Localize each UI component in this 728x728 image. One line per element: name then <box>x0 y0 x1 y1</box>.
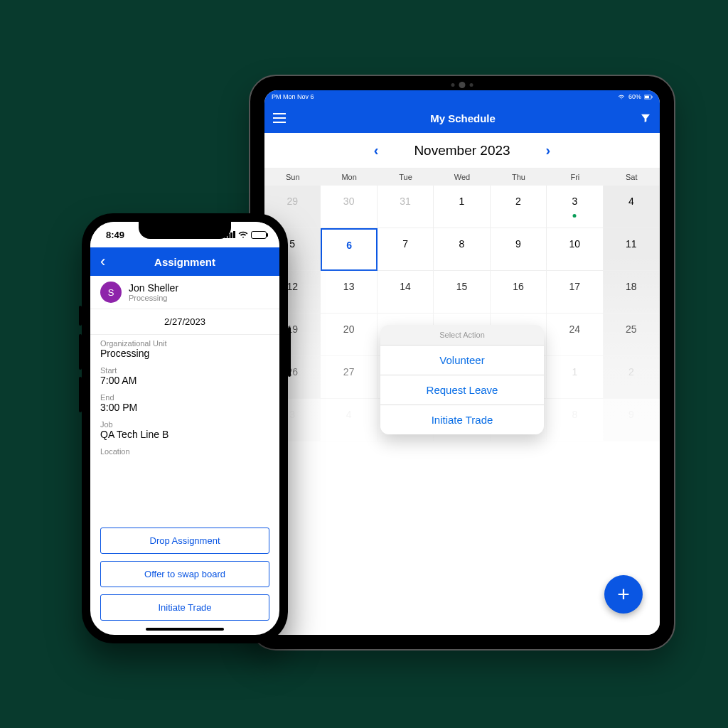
action-request-leave[interactable]: Request Leave <box>380 375 544 405</box>
home-indicator <box>146 628 224 631</box>
calendar-day[interactable]: 24 <box>547 314 603 356</box>
calendar-day[interactable]: 31 <box>378 186 434 228</box>
calendar-day[interactable]: 10 <box>547 228 603 271</box>
start-label: Start <box>100 366 269 375</box>
dow-cell: Tue <box>378 168 434 186</box>
tablet-header-title: My Schedule <box>430 112 496 124</box>
calendar-day[interactable]: 2 <box>604 356 660 399</box>
user-name: Jon Sheller <box>129 282 178 294</box>
calendar-day[interactable]: 20 <box>321 314 377 356</box>
calendar-day[interactable]: 13 <box>321 271 377 314</box>
tablet-device-frame: PM Mon Nov 6 60% My Schedule ‹ November … <box>249 75 675 651</box>
initiate-trade-button[interactable]: Initiate Trade <box>100 594 269 621</box>
calendar-day[interactable]: 1 <box>434 186 490 228</box>
calendar-day[interactable]: 16 <box>491 271 547 314</box>
start-value: 7:00 AM <box>100 375 269 386</box>
action-buttons: Drop Assignment Offer to swap board Init… <box>90 519 279 621</box>
end-field: End 3:00 PM <box>100 393 269 413</box>
svg-rect-1 <box>645 95 649 98</box>
phone-notch <box>139 222 231 239</box>
status-time: 8:49 <box>106 230 124 240</box>
action-sheet-title: Select Action <box>380 325 544 346</box>
back-button[interactable]: ‹ <box>100 252 105 271</box>
calendar-day[interactable]: 4 <box>604 186 660 228</box>
action-volunteer[interactable]: Volunteer <box>380 346 544 375</box>
calendar-day[interactable]: 27 <box>321 356 377 399</box>
calendar-day[interactable]: 2 <box>491 186 547 228</box>
calendar-day[interactable]: 6 <box>321 228 377 271</box>
phone-device-frame: 8:49 ‹ Assignment S Jon Sheller Processi… <box>82 213 288 643</box>
dow-cell: Wed <box>434 168 490 186</box>
end-value: 3:00 PM <box>100 402 269 413</box>
calendar-day[interactable]: 3 <box>547 186 603 228</box>
action-sheet: Select Action Volunteer Request Leave In… <box>380 325 544 434</box>
assignment-details: Organizational Unit Processing Start 7:0… <box>90 335 279 519</box>
dow-cell: Thu <box>491 168 547 186</box>
drop-assignment-button[interactable]: Drop Assignment <box>100 528 269 554</box>
offer-swap-button[interactable]: Offer to swap board <box>100 561 269 587</box>
org-unit-value: Processing <box>100 348 269 359</box>
phone-app-header: ‹ Assignment <box>90 247 279 276</box>
calendar-day[interactable]: 9 <box>491 228 547 271</box>
battery-icon <box>251 231 267 239</box>
tablet-camera-dots <box>451 82 473 88</box>
month-label: November 2023 <box>414 143 510 159</box>
hamburger-menu-icon[interactable] <box>273 113 286 123</box>
filter-icon[interactable] <box>640 112 651 124</box>
calendar-day[interactable]: 14 <box>378 271 434 314</box>
status-time-day: PM Mon Nov 6 <box>272 93 314 100</box>
phone-header-title: Assignment <box>154 256 215 268</box>
calendar-day[interactable]: 25 <box>604 314 660 356</box>
assignment-date: 2/27/2023 <box>90 309 279 335</box>
battery-icon <box>644 94 653 100</box>
wifi-icon <box>238 230 248 240</box>
calendar-day[interactable]: 9 <box>604 399 660 441</box>
add-fab-button[interactable]: + <box>604 575 643 614</box>
calendar-day[interactable]: 30 <box>321 186 377 228</box>
tablet-status-bar: PM Mon Nov 6 60% <box>264 90 660 103</box>
avatar: S <box>100 282 122 303</box>
calendar-day[interactable]: 4 <box>321 399 377 441</box>
phone-screen: 8:49 ‹ Assignment S Jon Sheller Processi… <box>90 222 279 635</box>
day-of-week-header: SunMonTueWedThuFriSat <box>264 168 660 186</box>
dow-cell: Sun <box>264 168 321 186</box>
dow-cell: Sat <box>604 168 660 186</box>
tablet-screen: PM Mon Nov 6 60% My Schedule ‹ November … <box>264 90 660 635</box>
start-field: Start 7:00 AM <box>100 366 269 386</box>
tablet-app-header: My Schedule <box>264 103 660 133</box>
wifi-icon <box>617 94 626 100</box>
calendar-day[interactable]: 18 <box>604 271 660 314</box>
location-label: Location <box>100 447 269 456</box>
job-value: QA Tech Line B <box>100 429 269 440</box>
action-initiate-trade[interactable]: Initiate Trade <box>380 405 544 434</box>
job-label: Job <box>100 420 269 429</box>
calendar-day[interactable]: 8 <box>434 228 490 271</box>
prev-month-button[interactable]: ‹ <box>374 142 379 159</box>
next-month-button[interactable]: › <box>546 142 551 159</box>
end-label: End <box>100 393 269 402</box>
calendar-day[interactable]: 15 <box>434 271 490 314</box>
user-subtitle: Processing <box>129 294 178 302</box>
dow-cell: Mon <box>321 168 377 186</box>
calendar-day[interactable]: 8 <box>547 399 603 441</box>
org-unit-field: Organizational Unit Processing <box>100 339 269 359</box>
plus-icon: + <box>617 582 630 606</box>
calendar-day[interactable]: 11 <box>604 228 660 271</box>
location-field: Location <box>100 447 269 456</box>
event-dot-icon <box>573 214 577 218</box>
svg-rect-2 <box>652 96 653 98</box>
user-row: S Jon Sheller Processing <box>90 276 279 309</box>
calendar-day[interactable]: 1 <box>547 356 603 399</box>
dow-cell: Fri <box>547 168 603 186</box>
battery-percent: 60% <box>628 93 641 100</box>
month-navigation: ‹ November 2023 › <box>264 133 660 168</box>
org-unit-label: Organizational Unit <box>100 339 269 348</box>
calendar-day[interactable]: 7 <box>378 228 434 271</box>
calendar-day[interactable]: 17 <box>547 271 603 314</box>
job-field: Job QA Tech Line B <box>100 420 269 440</box>
